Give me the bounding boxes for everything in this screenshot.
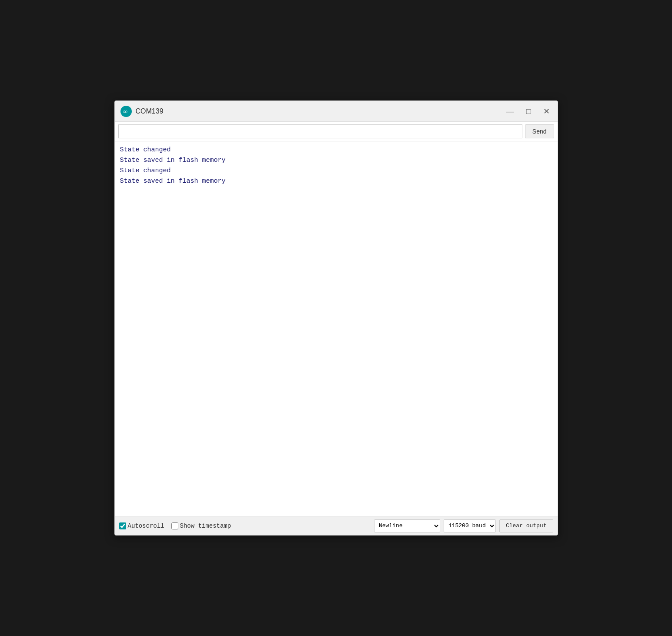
serial-input[interactable] (118, 124, 522, 138)
clear-output-button[interactable]: Clear output (499, 519, 553, 532)
output-area: State changedState saved in flash memory… (115, 141, 558, 516)
output-line: State saved in flash memory (120, 176, 552, 187)
newline-select[interactable]: NewlineNo line endingCarriage returnBoth… (374, 519, 440, 532)
output-line: State changed (120, 166, 552, 176)
statusbar-left: Autoscroll Show timestamp (119, 522, 231, 529)
output-line: State saved in flash memory (120, 155, 552, 166)
show-timestamp-checkbox[interactable] (171, 522, 178, 529)
baud-select[interactable]: 300 baud1200 baud2400 baud4800 baud9600 … (444, 519, 496, 532)
titlebar-left: ∞ COM139 (120, 105, 164, 117)
autoscroll-checkbox[interactable] (119, 522, 126, 529)
titlebar: ∞ COM139 — □ ✕ (115, 101, 558, 122)
autoscroll-text: Autoscroll (128, 522, 164, 529)
maximize-button[interactable]: □ (524, 106, 534, 117)
svg-text:∞: ∞ (123, 108, 127, 115)
input-bar: Send (115, 122, 558, 141)
close-button[interactable]: ✕ (541, 106, 552, 117)
window-title: COM139 (136, 107, 164, 115)
statusbar: Autoscroll Show timestamp NewlineNo line… (115, 516, 558, 535)
autoscroll-label[interactable]: Autoscroll (119, 522, 164, 529)
output-line: State changed (120, 145, 552, 155)
show-timestamp-label[interactable]: Show timestamp (171, 522, 231, 529)
send-button[interactable]: Send (525, 124, 554, 138)
minimize-button[interactable]: — (504, 106, 517, 117)
show-timestamp-text: Show timestamp (180, 522, 231, 529)
titlebar-controls: — □ ✕ (504, 106, 552, 117)
statusbar-right: NewlineNo line endingCarriage returnBoth… (374, 519, 553, 532)
arduino-logo-icon: ∞ (120, 105, 132, 117)
serial-monitor-window: ∞ COM139 — □ ✕ Send State changedState s… (114, 100, 558, 536)
